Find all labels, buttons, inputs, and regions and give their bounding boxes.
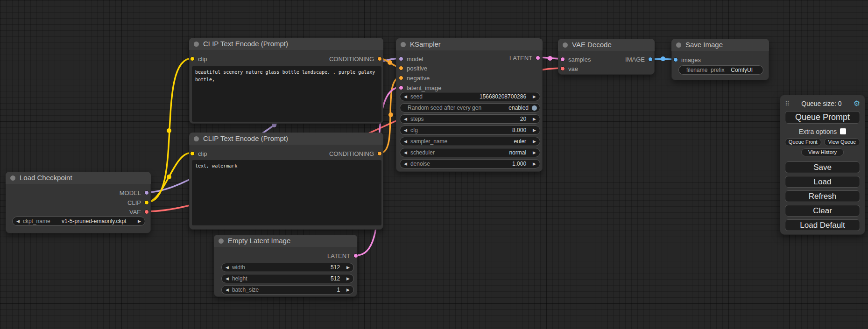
input-model[interactable]: model <box>399 56 423 62</box>
model-port-dot[interactable] <box>144 190 149 195</box>
output-image[interactable]: IMAGE <box>625 56 653 62</box>
conditioning-port-dot[interactable] <box>399 66 403 70</box>
view-queue-button[interactable]: View Queue <box>824 138 861 146</box>
node-title-bar[interactable]: Empty Latent Image <box>214 235 357 247</box>
node-empty-latent-image[interactable]: Empty Latent Image LATENT ◀ width 512 ▶ … <box>214 235 357 297</box>
collapse-dot-icon[interactable] <box>10 175 15 181</box>
node-save-image[interactable]: Save Image images filename_prefix ComfyU… <box>671 39 769 80</box>
input-latent-image[interactable]: latent_image <box>399 85 441 91</box>
clip-port-dot[interactable] <box>190 151 195 156</box>
decrement-arrow-icon[interactable]: ◀ <box>404 151 407 155</box>
node-title-bar[interactable]: VAE Decode <box>558 39 655 51</box>
node-clip-text-encode-negative[interactable]: CLIP Text Encode (Prompt) clip CONDITION… <box>189 133 383 230</box>
toggle-knob-icon[interactable] <box>531 105 537 111</box>
decrement-arrow-icon[interactable]: ◀ <box>226 277 229 281</box>
output-clip[interactable]: CLIP <box>127 200 149 205</box>
node-title-bar[interactable]: KSampler <box>396 38 543 50</box>
node-title-bar[interactable]: Load Checkpoint <box>6 172 151 184</box>
node-ksampler[interactable]: KSampler model positive negative latent_… <box>396 38 543 172</box>
decrement-arrow-icon[interactable]: ◀ <box>404 128 407 133</box>
image-port-dot[interactable] <box>648 57 653 62</box>
collapse-dot-icon[interactable] <box>563 42 568 48</box>
node-title-bar[interactable]: CLIP Text Encode (Prompt) <box>189 133 383 145</box>
vae-port-dot[interactable] <box>144 210 149 214</box>
settings-gear-icon[interactable]: ⚙ <box>854 100 860 107</box>
control-menu-panel[interactable]: ⠿ Queue size: 0 ⚙ Queue Prompt Extra opt… <box>780 95 865 235</box>
input-positive[interactable]: positive <box>399 65 427 71</box>
conditioning-port-dot[interactable] <box>377 151 382 156</box>
output-latent[interactable]: LATENT <box>327 253 358 259</box>
widget-ckpt-name[interactable]: ◀ ckpt_name v1-5-pruned-emaonly.ckpt ▶ <box>12 217 145 226</box>
output-model[interactable]: MODEL <box>120 190 149 196</box>
refresh-button[interactable]: Refresh <box>785 190 860 202</box>
view-history-button[interactable]: View History <box>801 148 844 156</box>
output-vae[interactable]: VAE <box>129 209 149 215</box>
increment-arrow-icon[interactable]: ▶ <box>533 95 536 99</box>
widget-filename-prefix[interactable]: filename_prefix ComfyUI <box>678 65 763 75</box>
increment-arrow-icon[interactable]: ▶ <box>138 219 141 224</box>
input-clip[interactable]: clip <box>190 56 207 62</box>
queue-front-button[interactable]: Queue Front <box>785 138 821 146</box>
image-port-dot[interactable] <box>673 57 678 62</box>
clip-port-dot[interactable] <box>144 200 149 205</box>
input-clip[interactable]: clip <box>190 151 207 156</box>
collapse-dot-icon[interactable] <box>401 42 406 47</box>
increment-arrow-icon[interactable]: ▶ <box>533 117 536 121</box>
widget-batch-size[interactable]: ◀ batch_size 1 ▶ <box>221 285 354 294</box>
node-title-bar[interactable]: CLIP Text Encode (Prompt) <box>189 38 383 50</box>
increment-arrow-icon[interactable]: ▶ <box>533 162 536 166</box>
latent-port-dot[interactable] <box>536 56 540 60</box>
conditioning-port-dot[interactable] <box>399 76 403 80</box>
conditioning-port-dot[interactable] <box>377 56 382 61</box>
widget-height[interactable]: ◀ height 512 ▶ <box>221 274 354 283</box>
extra-options-checkbox[interactable] <box>840 128 846 134</box>
increment-arrow-icon[interactable]: ▶ <box>533 140 536 144</box>
decrement-arrow-icon[interactable]: ◀ <box>226 288 229 292</box>
increment-arrow-icon[interactable]: ▶ <box>346 266 350 270</box>
input-negative[interactable]: negative <box>399 75 430 81</box>
vae-port-dot[interactable] <box>560 66 565 71</box>
latent-port-dot[interactable] <box>560 57 565 62</box>
load-default-button[interactable]: Load Default <box>785 219 860 231</box>
output-conditioning[interactable]: CONDITIONING <box>329 56 382 62</box>
decrement-arrow-icon[interactable]: ◀ <box>226 266 229 270</box>
collapse-dot-icon[interactable] <box>194 136 199 141</box>
input-vae[interactable]: vae <box>560 66 578 71</box>
node-clip-text-encode-positive[interactable]: CLIP Text Encode (Prompt) clip CONDITION… <box>189 38 383 124</box>
node-vae-decode[interactable]: VAE Decode samples vae IMAGE <box>558 39 655 75</box>
widget-seed[interactable]: ◀ seed 156680208700286 ▶ <box>400 92 540 101</box>
prompt-textarea-negative[interactable]: text, watermark <box>192 160 381 225</box>
widget-cfg[interactable]: ◀ cfg 8.000 ▶ <box>400 126 540 135</box>
graph-canvas[interactable]: Load Checkpoint MODEL CLIP VAE ◀ ckpt_na… <box>0 0 868 329</box>
decrement-arrow-icon[interactable]: ◀ <box>404 117 407 121</box>
save-button[interactable]: Save <box>785 161 860 173</box>
increment-arrow-icon[interactable]: ▶ <box>533 151 536 155</box>
latent-port-dot[interactable] <box>353 253 358 258</box>
collapse-dot-icon[interactable] <box>676 42 681 48</box>
output-latent[interactable]: LATENT <box>509 55 540 61</box>
widget-width[interactable]: ◀ width 512 ▶ <box>221 263 354 272</box>
node-title-bar[interactable]: Save Image <box>671 39 769 51</box>
output-conditioning[interactable]: CONDITIONING <box>329 151 382 156</box>
increment-arrow-icon[interactable]: ▶ <box>346 277 350 281</box>
prompt-textarea-positive[interactable]: beautiful scenery nature glass bottle la… <box>192 66 381 122</box>
clip-port-dot[interactable] <box>190 56 195 61</box>
drag-handle-icon[interactable]: ⠿ <box>785 100 790 107</box>
widget-random-seed-toggle[interactable]: Random seed after every gen enabled <box>400 103 540 112</box>
increment-arrow-icon[interactable]: ▶ <box>533 128 536 133</box>
input-samples[interactable]: samples <box>560 56 591 62</box>
decrement-arrow-icon[interactable]: ◀ <box>404 162 407 166</box>
decrement-arrow-icon[interactable]: ◀ <box>404 140 407 144</box>
widget-sampler-name[interactable]: ◀ sampler_name euler ▶ <box>400 137 540 146</box>
queue-prompt-button[interactable]: Queue Prompt <box>785 111 860 124</box>
decrement-arrow-icon[interactable]: ◀ <box>404 95 407 99</box>
decrement-arrow-icon[interactable]: ◀ <box>16 219 20 224</box>
latent-port-dot[interactable] <box>399 85 403 90</box>
collapse-dot-icon[interactable] <box>219 238 224 244</box>
collapse-dot-icon[interactable] <box>194 42 199 47</box>
node-load-checkpoint[interactable]: Load Checkpoint MODEL CLIP VAE ◀ ckpt_na… <box>6 172 151 233</box>
widget-denoise[interactable]: ◀ denoise 1.000 ▶ <box>400 159 540 168</box>
clear-button[interactable]: Clear <box>785 205 860 217</box>
widget-scheduler[interactable]: ◀ scheduler normal ▶ <box>400 148 540 157</box>
increment-arrow-icon[interactable]: ▶ <box>346 288 350 292</box>
